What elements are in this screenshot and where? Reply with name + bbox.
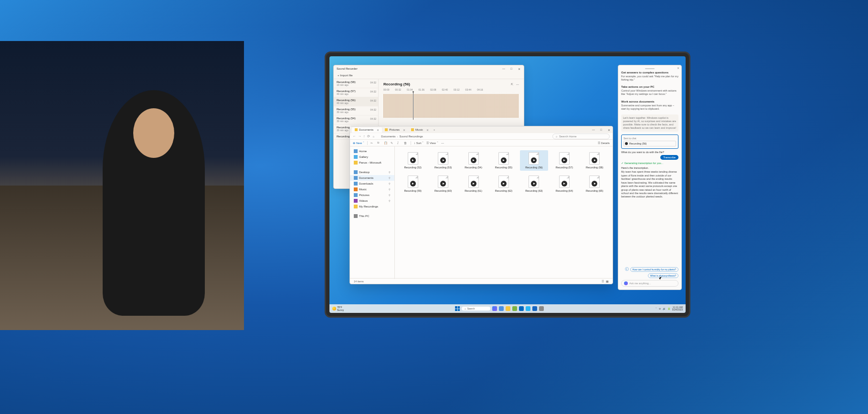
- breadcrumb[interactable]: Documents›Sound Recordings: [381, 135, 423, 138]
- info-icon[interactable]: i: [625, 267, 629, 271]
- share-icon[interactable]: ⇱: [511, 83, 513, 86]
- home-icon[interactable]: ⌂: [373, 135, 375, 138]
- wifi-icon[interactable]: ⊚: [659, 307, 661, 310]
- start-button[interactable]: [455, 306, 460, 311]
- file-item[interactable]: Recording (61): [459, 174, 487, 194]
- sidebar-item[interactable]: This PC: [350, 213, 394, 219]
- file-item[interactable]: Recording (64): [550, 174, 578, 194]
- sort-button[interactable]: ↕ Sort ˅: [414, 141, 423, 145]
- file-item[interactable]: Recording (53): [429, 150, 457, 171]
- explorer-tab[interactable]: Music✕: [408, 127, 432, 133]
- up-button[interactable]: ↑: [363, 135, 365, 138]
- file-item[interactable]: Recording (65): [581, 174, 609, 194]
- refresh-button[interactable]: ⟳: [367, 135, 370, 138]
- breadcrumb-segment[interactable]: Sound Recordings: [399, 135, 423, 138]
- explorer-tab[interactable]: Pictures✕: [382, 127, 408, 133]
- sidebar-item[interactable]: My Recordings: [350, 204, 394, 209]
- copilot-panel[interactable]: ✕ Get answers to complex questionsFor ex…: [618, 65, 682, 290]
- taskbar[interactable]: 78°F Sunny ⌕ Search ˄: [329, 304, 686, 313]
- sidebar-item[interactable]: Documents⚲: [350, 175, 394, 181]
- share-icon[interactable]: ⤴: [397, 142, 401, 145]
- new-button[interactable]: ⊕ New ˅: [353, 141, 364, 145]
- app-icon-1[interactable]: [512, 306, 517, 311]
- sidebar-item[interactable]: Desktop⚲: [350, 169, 394, 175]
- recording-list-item[interactable]: Recording (56)40 min ago04:32: [334, 97, 378, 106]
- status-count: 14 items: [354, 280, 364, 283]
- sidebar-item[interactable]: Gallery: [350, 154, 394, 160]
- file-item[interactable]: Recording (52): [399, 150, 427, 171]
- search-input[interactable]: ⌕ Search Home: [552, 134, 610, 139]
- cut-icon[interactable]: ✂: [370, 141, 374, 145]
- sidebar-item[interactable]: Pictures⚲: [350, 192, 394, 198]
- file-item[interactable]: Recording (58): [581, 150, 609, 171]
- delete-icon[interactable]: 🗑: [404, 142, 408, 145]
- suggestion-chip[interactable]: What is photosynthesis?: [648, 273, 678, 278]
- copilot-taskbar-icon[interactable]: [492, 306, 497, 311]
- sound-recorder-taskbar-icon[interactable]: [539, 306, 544, 311]
- minimize-button[interactable]: —: [592, 128, 595, 132]
- file-item[interactable]: Recording (57): [550, 150, 578, 171]
- suggestion-chip[interactable]: How can I control humidity for my plants…: [630, 267, 678, 272]
- view-button[interactable]: ☰ View ˅: [426, 141, 438, 145]
- copilot-prompt: What do you want to do with the file?: [621, 151, 678, 154]
- file-item[interactable]: Recording (59): [399, 174, 427, 194]
- copy-icon[interactable]: ⧉: [377, 141, 381, 145]
- audio-file-icon: [625, 142, 628, 145]
- waveform[interactable]: [383, 94, 519, 118]
- drag-handle[interactable]: [645, 68, 655, 69]
- close-button[interactable]: ✕: [607, 128, 611, 132]
- paste-icon[interactable]: 📋: [384, 141, 388, 145]
- taskbar-search[interactable]: ⌕ Search: [462, 307, 490, 310]
- view-list-icon[interactable]: ☰: [602, 280, 604, 283]
- close-icon[interactable]: ✕: [677, 66, 679, 70]
- transcribe-button[interactable]: Transcribe: [660, 155, 678, 160]
- forward-button[interactable]: →: [358, 135, 361, 138]
- file-item[interactable]: Recording (54): [459, 150, 487, 171]
- view-grid-icon[interactable]: ▦: [606, 280, 609, 283]
- file-item[interactable]: Recording (62): [489, 174, 518, 194]
- volume-icon[interactable]: 🔊: [663, 307, 666, 310]
- weather-widget[interactable]: 78°F Sunny: [332, 306, 344, 311]
- maximize-button[interactable]: □: [509, 67, 513, 71]
- app-icon-2[interactable]: [519, 306, 524, 311]
- app-icon-3[interactable]: [526, 306, 530, 311]
- close-button[interactable]: ✕: [517, 67, 521, 71]
- sidebar-item[interactable]: Music⚲: [350, 186, 394, 192]
- minimize-button[interactable]: —: [502, 67, 506, 71]
- file-item[interactable]: Recording (63): [520, 174, 548, 194]
- details-button[interactable]: ☰ Details: [598, 141, 610, 145]
- sidebar-item[interactable]: Downloads⚲: [350, 181, 394, 186]
- recording-list-item[interactable]: Recording (54)30 min ago04:32: [334, 115, 378, 124]
- tab-close-icon[interactable]: ✕: [403, 128, 405, 132]
- battery-icon[interactable]: 🔋: [667, 307, 670, 310]
- breadcrumb-segment[interactable]: Documents: [381, 135, 395, 138]
- rename-icon[interactable]: ✎: [391, 141, 394, 145]
- sent-file-chip[interactable]: Recording (56): [624, 141, 676, 146]
- copilot-input[interactable]: Ask me anything...: [621, 280, 678, 287]
- new-tab-button[interactable]: +: [432, 128, 437, 131]
- file-explorer-window[interactable]: Documents✕Pictures✕Music✕+—□✕ ← → ↑ ⟳ ⌂ …: [349, 126, 613, 284]
- app-icon-4[interactable]: [532, 306, 537, 311]
- recording-list-item[interactable]: Recording (58)10 min ago04:32: [334, 79, 378, 88]
- file-item[interactable]: Recording (56): [520, 150, 548, 171]
- file-item[interactable]: Recording (55): [489, 150, 518, 171]
- recording-title: Recording (56): [383, 82, 410, 86]
- more-icon[interactable]: ⋯: [516, 83, 519, 86]
- recording-list-item[interactable]: Recording (57)40 min ago04:32: [334, 88, 378, 97]
- file-item[interactable]: Recording (60): [429, 174, 457, 194]
- sidebar-item[interactable]: Panos - Microsoft: [350, 160, 394, 166]
- tab-close-icon[interactable]: ✕: [426, 128, 429, 132]
- recording-list-item[interactable]: Recording (55)30 min ago04:32: [334, 106, 378, 115]
- tab-close-icon[interactable]: ✕: [377, 128, 379, 132]
- sidebar-item[interactable]: Videos⚲: [350, 198, 394, 204]
- import-file-button[interactable]: + Import file: [334, 72, 524, 79]
- maximize-button[interactable]: □: [599, 128, 603, 132]
- more-button[interactable]: ⋯: [441, 141, 444, 145]
- clock[interactable]: 11:11 AM 5/24/2023: [672, 306, 683, 311]
- back-button[interactable]: ←: [353, 135, 356, 138]
- explorer-tab[interactable]: Documents✕: [352, 127, 382, 133]
- task-view-icon[interactable]: [499, 306, 504, 311]
- sidebar-item[interactable]: Home: [350, 148, 394, 154]
- explorer-taskbar-icon[interactable]: [506, 306, 510, 311]
- chevron-up-icon[interactable]: ˄: [656, 307, 657, 310]
